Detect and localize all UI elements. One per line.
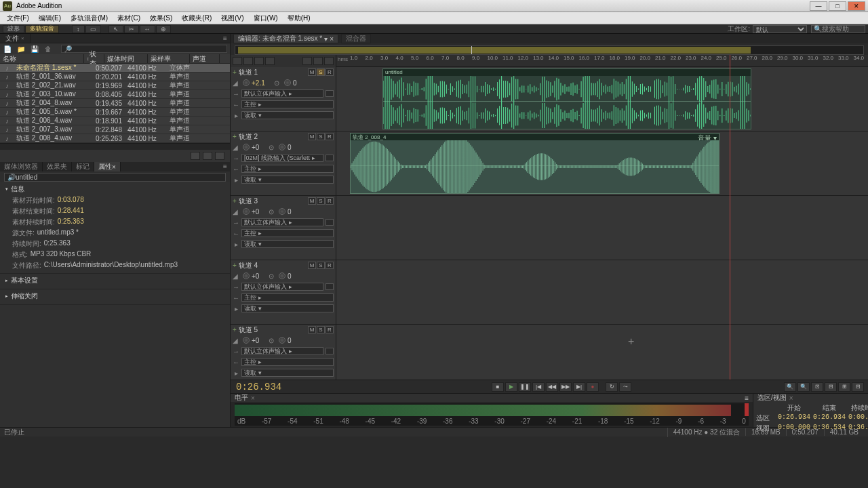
tool-select[interactable]: ▭ <box>85 25 101 33</box>
mute-button[interactable]: M <box>308 197 316 205</box>
menu-favorites[interactable]: 收藏夹(R) <box>178 13 216 24</box>
col-ch[interactable]: 声道 <box>190 54 220 63</box>
menu-multitrack[interactable]: 多轨混音(M) <box>66 13 112 24</box>
mute-button[interactable]: M <box>308 133 316 140</box>
skip-button[interactable]: ⤳ <box>619 382 631 392</box>
col-dur[interactable]: 媒体时间 <box>104 54 148 63</box>
delete-icon[interactable]: 🗑 <box>43 45 53 53</box>
monitor-button[interactable] <box>326 90 334 97</box>
audio-clip[interactable]: untitled <box>382 68 751 129</box>
add-track-icon[interactable]: + <box>233 133 237 140</box>
solo-button[interactable]: S <box>317 326 325 333</box>
add-track-icon[interactable]: + <box>233 68 237 76</box>
play-button[interactable]: ▶ <box>505 382 517 392</box>
solo-button[interactable]: S <box>317 197 325 205</box>
send-expand-icon[interactable]: ▸ <box>233 176 239 184</box>
levels-tab[interactable]: 电平 <box>235 393 248 403</box>
automation-select[interactable]: 读取 ▾ <box>241 240 334 248</box>
zoom-in-v-icon[interactable]: ⊞ <box>838 382 850 392</box>
selection-tab[interactable]: 选区/视图 <box>757 393 787 403</box>
pause-button[interactable]: ❚❚ <box>519 382 531 392</box>
output-select[interactable]: 主控 ▸ <box>241 100 334 108</box>
tool-razor[interactable]: ✂ <box>124 25 139 33</box>
menu-view[interactable]: 视图(V) <box>217 13 248 24</box>
zoom-sel-icon[interactable]: ⊟ <box>825 382 837 392</box>
tool-wrench-icon[interactable] <box>313 57 323 65</box>
output-select[interactable]: 主控 ▸ <box>241 229 334 237</box>
menu-effects[interactable]: 效果(S) <box>146 13 176 24</box>
volume-knob[interactable] <box>243 144 250 150</box>
pan-knob[interactable] <box>279 208 285 215</box>
levels-menu-icon[interactable]: ≡ <box>745 394 749 402</box>
list-play-icon[interactable] <box>191 152 200 160</box>
stretch-close[interactable]: 关闭 <box>24 291 38 301</box>
pan-knob[interactable] <box>279 272 285 279</box>
timecode-display[interactable]: 0:26.934 <box>231 382 339 392</box>
list-loop-icon[interactable] <box>203 152 212 160</box>
add-track-icon[interactable]: + <box>233 326 237 333</box>
send-expand-icon[interactable]: ▸ <box>233 369 239 377</box>
menu-file[interactable]: 文件(F) <box>3 13 33 24</box>
go-end-button[interactable]: ▶| <box>573 382 585 392</box>
track-lane[interactable] <box>336 260 868 325</box>
mute-button[interactable]: M <box>308 262 316 269</box>
forward-button[interactable]: ▶▶ <box>559 382 572 392</box>
basic-section[interactable]: 基本设置 <box>0 274 230 289</box>
tab-properties[interactable]: 属性× <box>94 162 121 171</box>
arm-record-button[interactable]: R <box>326 197 334 205</box>
col-rate[interactable]: 采样率 <box>148 54 190 63</box>
tab-effects-rack[interactable]: 效果夹 <box>43 162 72 171</box>
arm-record-button[interactable]: R <box>326 68 334 76</box>
monitor-button[interactable] <box>326 348 334 354</box>
add-track-icon[interactable]: + <box>233 197 237 205</box>
open-file-icon[interactable]: 📄 <box>3 45 12 53</box>
output-select[interactable]: 主控 ▸ <box>241 293 334 302</box>
menu-help[interactable]: 帮助(H) <box>283 13 315 24</box>
properties-file-select[interactable]: 🔊 untitled <box>4 173 226 182</box>
waveform-view-button[interactable]: 波形 <box>3 25 24 33</box>
volume-knob[interactable] <box>243 208 250 215</box>
input-select[interactable]: 默认立体声输入 ▸ <box>241 89 323 98</box>
monitor-button[interactable] <box>326 219 334 226</box>
track-lane[interactable]: untitled <box>336 67 868 131</box>
volume-knob[interactable] <box>243 79 250 86</box>
rewind-button[interactable]: ◀◀ <box>546 382 558 392</box>
tool-grid-icon[interactable] <box>265 57 275 65</box>
col-status[interactable]: ↕ 状态 <box>84 54 104 63</box>
arm-record-button[interactable]: R <box>326 262 334 269</box>
arm-record-button[interactable]: R <box>326 133 334 140</box>
multitrack-view-button[interactable]: 多轨混音 <box>25 25 59 33</box>
stretch-section[interactable]: 伸缩关闭 <box>0 289 230 305</box>
workspace-select[interactable]: 默认 <box>753 25 807 33</box>
track-name[interactable]: 轨道 1 <box>239 68 306 77</box>
automation-select[interactable]: 读取 ▾ <box>241 176 334 184</box>
track-name[interactable]: 轨道 2 <box>239 132 306 142</box>
col-name[interactable]: 名称 <box>0 54 84 63</box>
output-select[interactable]: 主控 ▸ <box>241 165 334 173</box>
track-lane[interactable] <box>336 196 868 260</box>
send-expand-icon[interactable]: ▸ <box>233 112 239 119</box>
input-select[interactable]: [02M] 线路输入 (Scarlett ▸ <box>241 154 323 162</box>
stop-button[interactable]: ■ <box>492 382 504 392</box>
menu-edit[interactable]: 编辑(E) <box>35 13 65 24</box>
sel-dur[interactable]: 0:00.000 <box>848 413 868 423</box>
zoom-fit-icon[interactable]: ⊡ <box>811 382 823 392</box>
tool-time[interactable]: ⊕ <box>156 25 171 33</box>
maximize-button[interactable]: □ <box>829 1 846 11</box>
output-select[interactable]: 主控 ▸ <box>241 358 334 366</box>
time-ruler[interactable]: hms 1.02.03.04.05.06.07.08.09.010.011.01… <box>336 55 868 67</box>
menu-window[interactable]: 窗口(W) <box>250 13 282 24</box>
volume-knob[interactable] <box>243 337 250 344</box>
tool-cursor[interactable]: ↖ <box>108 25 123 33</box>
files-search-input[interactable]: 🔎 <box>61 45 227 53</box>
input-select[interactable]: 默认立体声输入 ▸ <box>241 283 323 291</box>
tool-eq-icon[interactable] <box>254 57 264 65</box>
volume-knob[interactable] <box>243 272 250 279</box>
pan-knob[interactable] <box>284 79 291 86</box>
input-select[interactable]: 默认立体声输入 ▸ <box>241 347 323 355</box>
mute-button[interactable]: M <box>308 68 316 76</box>
close-button[interactable]: ✕ <box>848 1 865 11</box>
track-name[interactable]: 轨道 3 <box>239 197 306 206</box>
menu-clip[interactable]: 素材(C) <box>113 13 144 24</box>
tool-move[interactable]: ↕ <box>72 25 85 33</box>
